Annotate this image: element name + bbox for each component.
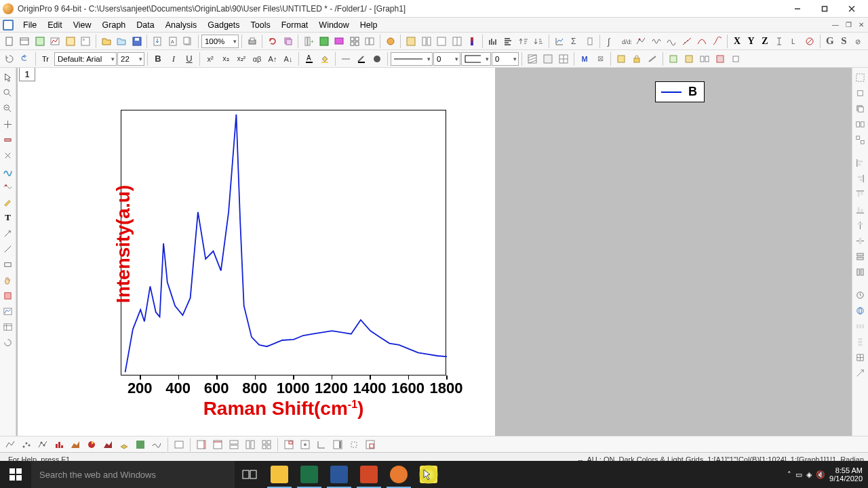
tray-chevron-icon[interactable]: ˄	[787, 470, 791, 479]
fill-area-icon[interactable]	[100, 437, 115, 452]
zoom-out-tool-icon[interactable]	[1, 102, 15, 115]
insert-graph-icon[interactable]	[1, 304, 15, 318]
set-group-icon[interactable]: G	[823, 35, 837, 48]
arrow-tool-icon[interactable]	[1, 226, 15, 240]
distribute-v-icon[interactable]	[854, 335, 867, 348]
clock-icon[interactable]	[854, 288, 867, 302]
stats-on-column-icon[interactable]	[583, 34, 597, 49]
menu-help[interactable]: Help	[355, 19, 383, 31]
tray-wifi-icon[interactable]: ◈	[806, 470, 812, 479]
snap-grid-icon[interactable]	[854, 350, 867, 364]
scatter-plot-icon[interactable]	[19, 437, 34, 452]
interpolate-icon[interactable]	[633, 34, 648, 49]
grid-icon[interactable]	[556, 52, 571, 66]
4panel-layer-icon[interactable]	[259, 437, 274, 452]
font-name-combo[interactable]: Default: Arial	[54, 52, 117, 66]
open-icon[interactable]	[99, 34, 114, 49]
bold-icon[interactable]: B	[151, 52, 165, 66]
zoom-rect-icon[interactable]	[347, 437, 361, 452]
plot-frame[interactable]	[121, 110, 446, 375]
set-label-icon[interactable]: L	[787, 34, 802, 49]
stats-col-icon[interactable]	[486, 34, 500, 49]
explorer-icon[interactable]	[362, 34, 377, 49]
recalculate-icon[interactable]	[317, 34, 332, 49]
front-icon[interactable]	[854, 86, 867, 100]
anti-alias-icon[interactable]	[645, 52, 660, 66]
set-y-icon[interactable]: Y	[745, 35, 758, 48]
set-z-icon[interactable]: Z	[758, 35, 772, 48]
mdi-close-button[interactable]: ✕	[855, 20, 867, 30]
import-multi-ascii-icon[interactable]	[180, 34, 195, 49]
taskbar-powerpoint[interactable]	[354, 461, 384, 488]
extract-layers-icon[interactable]	[450, 34, 465, 49]
differentiate-icon[interactable]: d/dx	[618, 34, 633, 49]
layer-delete-icon[interactable]	[713, 52, 728, 66]
sort-desc-icon[interactable]	[531, 34, 546, 49]
save-icon[interactable]	[130, 34, 144, 49]
line-symbol-plot-icon[interactable]	[35, 437, 50, 452]
draw-data-icon[interactable]	[1, 195, 15, 209]
align-center-v-icon[interactable]	[854, 218, 867, 232]
line-pattern-combo[interactable]	[391, 52, 433, 66]
tile-windows-icon[interactable]	[347, 34, 362, 49]
mask-tool-icon[interactable]	[1, 180, 15, 193]
new-excel-icon[interactable]	[33, 34, 47, 49]
line-tool-icon[interactable]	[1, 242, 15, 256]
x-axis-label[interactable]: Raman Shift(cm-1)	[121, 398, 446, 420]
fit-linear-icon[interactable]	[679, 34, 694, 49]
maximize-button[interactable]	[811, 0, 838, 18]
digitizer-icon[interactable]	[403, 34, 418, 49]
taskbar-origin[interactable]	[384, 461, 414, 488]
menu-window[interactable]: Window	[313, 19, 354, 31]
menu-graph[interactable]: Graph	[97, 19, 132, 31]
taskbar-search[interactable]: Search the web and Windows	[31, 461, 235, 488]
fit-nonlinear-icon[interactable]	[710, 34, 725, 49]
pointer-tool-icon[interactable]	[1, 70, 15, 84]
set-x-icon[interactable]: X	[730, 35, 744, 48]
area-plot-icon[interactable]	[68, 437, 83, 452]
new-columns-icon[interactable]: +	[301, 34, 316, 49]
new-layer-x-icon[interactable]	[210, 437, 225, 452]
insert-worksheet-icon[interactable]	[1, 320, 15, 333]
pattern2-icon[interactable]	[540, 52, 555, 66]
linked-layer-icon[interactable]	[298, 437, 313, 452]
slide-show-icon[interactable]	[332, 34, 347, 49]
system-tray[interactable]: ˄ ▭ ◈ 🔇 8:55 AM 9/14/2020	[787, 466, 868, 483]
supersubscript-icon[interactable]: x₂²	[234, 52, 249, 66]
object-edit-icon[interactable]	[614, 52, 629, 66]
sort-asc-icon[interactable]	[516, 34, 531, 49]
zoom-combo[interactable]: 100%	[201, 35, 239, 48]
align-top-icon[interactable]	[854, 187, 867, 201]
merge-graph-icon[interactable]	[419, 34, 434, 49]
pan-tool-icon[interactable]	[1, 273, 15, 287]
inset-icon[interactable]	[281, 437, 296, 452]
template-library-icon[interactable]	[172, 437, 186, 452]
panel-layer-icon[interactable]	[243, 437, 258, 452]
integrate-icon[interactable]: ∫	[603, 34, 618, 49]
rescale-icon[interactable]	[552, 34, 567, 49]
start-button[interactable]	[0, 461, 31, 488]
3d-plot-icon[interactable]	[117, 437, 132, 452]
new-project-icon[interactable]	[2, 34, 17, 49]
group-icon[interactable]	[854, 117, 867, 131]
border-width-combo[interactable]: 0	[492, 52, 519, 66]
gradient-icon[interactable]	[370, 52, 384, 66]
stats-row-icon[interactable]	[500, 34, 515, 49]
menu-edit[interactable]: Edit	[42, 19, 68, 31]
scale-icon[interactable]	[854, 366, 867, 380]
layer-add-icon[interactable]	[666, 52, 681, 66]
open-template-icon[interactable]	[114, 34, 129, 49]
zoom-in-tool-icon[interactable]	[1, 86, 15, 100]
sigma-icon[interactable]: Σ	[567, 34, 582, 49]
add-color-scale-icon[interactable]	[465, 34, 479, 49]
greek-icon[interactable]: αβ	[250, 52, 264, 66]
screen-reader-icon[interactable]	[1, 117, 15, 131]
font-color-icon[interactable]: A	[302, 52, 317, 66]
rotate-icon[interactable]	[1, 336, 15, 349]
legend[interactable]: B	[655, 81, 705, 102]
close-button[interactable]	[838, 0, 865, 18]
smooth-icon[interactable]	[664, 34, 679, 49]
italic-icon[interactable]: I	[166, 52, 181, 66]
graph-canvas[interactable]: 1 B Intensity(a.u) 200400600800100012001…	[16, 68, 852, 436]
fill-color-icon[interactable]	[317, 52, 332, 66]
